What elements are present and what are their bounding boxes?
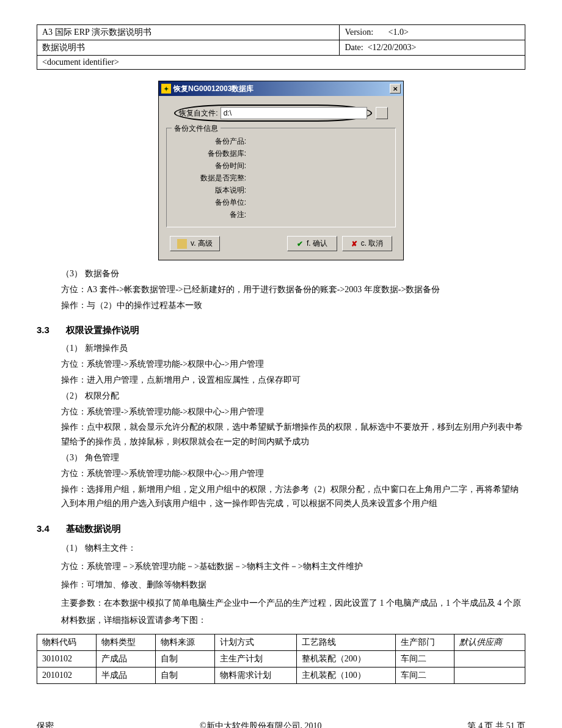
- section-3-4-body: （1） 物料主文件： 方位：系统管理－>系统管理功能－>基础数据－>物料主文件－…: [61, 540, 525, 629]
- section-3-3-title: 3.3 权限设置操作说明: [37, 325, 525, 336]
- table-header: 物料类型: [96, 634, 155, 651]
- info-label: 版本说明:: [173, 185, 249, 196]
- list-item: （1） 物料主文件：: [61, 540, 525, 557]
- cancel-button[interactable]: ✘ c. 取消: [342, 236, 392, 251]
- table-header: 生产部门: [395, 634, 454, 651]
- section-3-4-title: 3.4 基础数据说明: [37, 523, 525, 535]
- table-row: 2010102 半成品 自制 物料需求计划 主机装配（100） 车间二: [37, 667, 525, 684]
- close-icon[interactable]: ✕: [390, 84, 401, 94]
- section-3-3-body: （1） 新增操作员 方位：系统管理->系统管理功能->权限中心->用户管理 操作…: [61, 341, 525, 511]
- list-item: （2） 权限分配: [61, 389, 525, 403]
- table-header: 工艺路线: [296, 634, 395, 651]
- info-label: 数据是否完整:: [173, 173, 249, 183]
- paragraph: 操作：与（2）中的操作过程基本一致: [61, 298, 525, 313]
- paragraph: 操作：点中权限，就会显示允许分配的权限，选中希望赋予新增操作员的权限，鼠标选中不…: [61, 420, 525, 449]
- group-legend: 备份文件信息: [172, 123, 221, 134]
- paragraph: 方位：系统管理－>系统管理功能－>基础数据－>物料主文件－>物料主文件维护: [61, 558, 525, 575]
- paragraph: 方位：A3 套件->帐套数据管理->已经新建好的，用于进行数据备份的账套->20…: [61, 282, 525, 297]
- list-item: （3） 数据备份: [61, 267, 525, 281]
- restore-db-dialog: ✦ 恢复NG00012003数据库 ✕ 恢复自文件: d:\ 备份文件信息 备份…: [158, 81, 404, 260]
- material-table: 物料代码 物料类型 物料来源 计划方式 工艺路线 生产部门 默认供应商 3010…: [37, 634, 525, 684]
- check-icon: ✔: [297, 240, 303, 248]
- x-icon: ✘: [351, 240, 357, 248]
- info-label: 备份时间:: [173, 161, 249, 171]
- printer-icon: [177, 239, 187, 249]
- advanced-button[interactable]: v. 高级: [170, 236, 220, 251]
- info-label: 备份数据库:: [173, 149, 249, 159]
- header-date: Date: <12/20/2003>: [340, 40, 525, 56]
- info-label: 备注:: [173, 210, 249, 220]
- paragraph: 方位：系统管理->系统管理功能->权限中心->用户管理: [61, 405, 525, 419]
- info-label: 备份产品:: [173, 136, 249, 147]
- backup-info-group: 备份文件信息 备份产品: 备份数据库: 备份时间: 数据是否完整: 版本说明: …: [166, 128, 396, 227]
- paragraph: 方位：系统管理->系统管理功能->权限中心->用户管理: [61, 357, 525, 372]
- list-item: （3） 角色管理: [61, 450, 525, 465]
- header-subtitle: 数据说明书: [37, 40, 340, 56]
- table-header: 物料来源: [155, 634, 214, 651]
- footer-right: 第 4 页 共 51 页: [467, 721, 525, 728]
- list-item: （1） 新增操作员: [61, 341, 525, 356]
- header-title: A3 国际 ERP 演示数据说明书: [37, 25, 340, 40]
- table-row: 3010102 产成品 自制 主生产计划 整机装配（200） 车间二: [37, 651, 525, 667]
- file-label: 恢复自文件:: [179, 108, 217, 119]
- info-label: 备份单位:: [173, 197, 249, 208]
- paragraph: 方位：系统管理->系统管理功能->权限中心->用户管理: [61, 466, 525, 481]
- doc-header-table: A3 国际 ERP 演示数据说明书 Version: <1.0> 数据说明书 D…: [37, 24, 525, 70]
- header-version: Version: <1.0>: [340, 25, 525, 40]
- dialog-title: 恢复NG00012003数据库: [173, 84, 390, 94]
- table-header: 物料代码: [37, 634, 97, 651]
- footer-center: ©新中大软件股份有限公司, 2010: [200, 721, 322, 728]
- page-footer: 保密 ©新中大软件股份有限公司, 2010 第 4 页 共 51 页: [37, 721, 525, 728]
- table-header: 计划方式: [214, 634, 296, 651]
- restore-file-input[interactable]: d:\: [221, 107, 367, 119]
- table-header: 默认供应商: [454, 634, 525, 651]
- browse-button[interactable]: [376, 107, 388, 119]
- dialog-title-bar: ✦ 恢复NG00012003数据库 ✕: [159, 81, 403, 96]
- window-icon: ✦: [161, 84, 171, 94]
- table-header-row: 物料代码 物料类型 物料来源 计划方式 工艺路线 生产部门 默认供应商: [37, 634, 525, 651]
- ok-button[interactable]: ✔ f. 确认: [287, 236, 337, 251]
- footer-left: 保密: [37, 721, 54, 728]
- embedded-screenshot: ✦ 恢复NG00012003数据库 ✕ 恢复自文件: d:\ 备份文件信息 备份…: [37, 81, 525, 260]
- paragraph: 主要参数：在本数据中模拟了简单电脑生产企业中一个产品的生产过程，因此设置了 1 …: [61, 595, 525, 629]
- paragraph: 操作：可增加、修改、删除等物料数据: [61, 576, 525, 594]
- file-row-highlight: 恢复自文件: d:\: [174, 105, 371, 122]
- header-identifier: <document identifier>: [37, 56, 525, 70]
- section-3-2-continued: （3） 数据备份 方位：A3 套件->帐套数据管理->已经新建好的，用于进行数据…: [61, 267, 525, 312]
- paragraph: 操作：进入用户管理，点新增用户，设置相应属性，点保存即可: [61, 373, 525, 388]
- paragraph: 操作：选择用户组，新增用户组，定义用户组中的权限，方法参考（2）权限分配，点中窗…: [61, 482, 525, 512]
